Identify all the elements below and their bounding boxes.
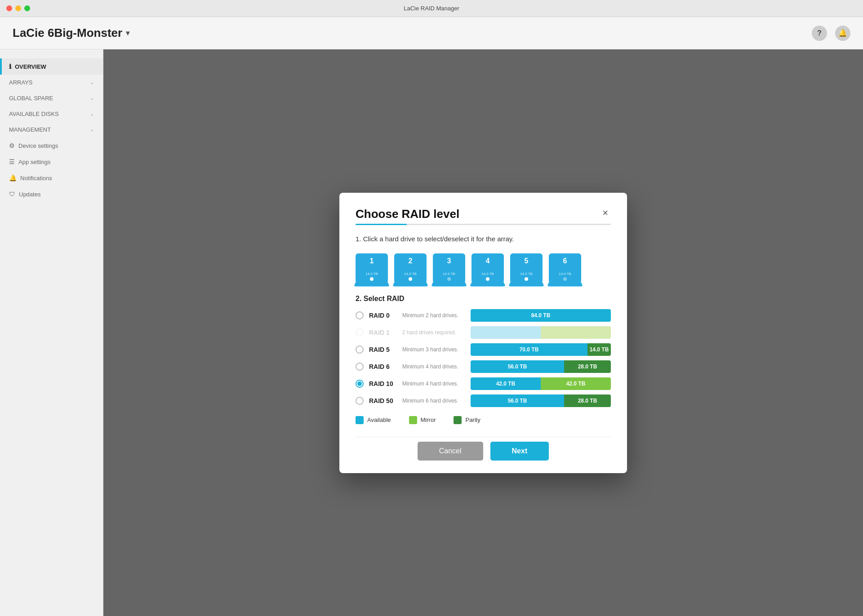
sidebar-item-arrays[interactable]: ARRAYS ⌄ <box>0 75 103 90</box>
legend-parity: Parity <box>454 416 480 424</box>
next-button[interactable]: Next <box>490 442 549 461</box>
raid6-radio[interactable] <box>356 363 364 371</box>
raid0-radio[interactable] <box>356 311 364 319</box>
drive-size-2: 14.0 TB <box>404 272 417 276</box>
legend-mirror-label: Mirror <box>421 417 436 423</box>
raid-option-6[interactable]: RAID 6 Minimum 4 hard drives. 56.0 TB 28… <box>356 360 611 373</box>
raid50-label: RAID 50 <box>369 397 397 404</box>
drive-item-1[interactable]: 1 14.0 TB <box>356 253 388 282</box>
raid5-radio[interactable] <box>356 346 364 354</box>
sidebar-item-app-settings[interactable]: ☰ App settings <box>0 154 103 170</box>
sidebar-item-management[interactable]: MANAGEMENT ⌄ <box>0 122 103 137</box>
raid6-bar-blue: 56.0 TB <box>471 360 564 373</box>
legend-parity-label: Parity <box>465 417 480 423</box>
device-settings-icon: ⚙ <box>9 142 15 149</box>
updates-icon: 🛡 <box>9 191 15 198</box>
sidebar-item-available-disks[interactable]: AVAILABLE DISKS ⌄ <box>0 106 103 122</box>
drive-shape-4: 4 14.0 TB <box>472 253 504 282</box>
modal-footer: Cancel Next <box>356 437 611 461</box>
drive-dot-6 <box>563 277 567 281</box>
sidebar-item-updates[interactable]: 🛡 Updates <box>0 186 103 202</box>
global-spare-arrow: ⌄ <box>90 95 94 101</box>
raid0-bar-blue: 84.0 TB <box>471 309 611 322</box>
cancel-button[interactable]: Cancel <box>418 442 483 461</box>
select-raid-heading: 2. Select RAID <box>356 295 611 303</box>
raid5-desc: Minimum 3 hard drives. <box>402 346 465 353</box>
app-header: LaCie 6Big-Monster ▾ ? 🔔 <box>0 17 863 49</box>
drive-number-1: 1 <box>370 257 374 265</box>
raid1-label: RAID 1 <box>369 329 397 336</box>
raid10-label: RAID 10 <box>369 380 397 387</box>
sidebar-item-global-spare[interactable]: GLOBAL SPARE ⌄ <box>0 90 103 106</box>
raid1-bar-light-green <box>541 326 611 339</box>
raid50-radio[interactable] <box>356 397 364 405</box>
raid0-bar: 84.0 TB <box>471 309 611 322</box>
sidebar-item-updates-label: Updates <box>19 191 40 198</box>
drive-size-1: 14.0 TB <box>365 272 378 276</box>
raid50-bar-parity: 28.0 TB <box>564 394 611 407</box>
raid0-desc: Minimum 2 hard drives. <box>402 312 465 319</box>
notifications-button[interactable]: 🔔 <box>835 26 850 41</box>
sidebar-item-arrays-label: ARRAYS <box>9 79 33 86</box>
help-button[interactable]: ? <box>812 26 827 41</box>
arrays-arrow: ⌄ <box>90 80 94 85</box>
sidebar-item-overview[interactable]: ℹ OVERVIEW <box>0 58 103 75</box>
drive-number-6: 6 <box>563 257 567 265</box>
raid6-desc: Minimum 4 hard drives. <box>402 363 465 370</box>
raid10-bar-blue: 42.0 TB <box>471 377 541 390</box>
drive-number-3: 3 <box>447 257 451 265</box>
raid-option-50[interactable]: RAID 50 Minimum 6 hard drives. 56.0 TB 2… <box>356 394 611 407</box>
modal-header: Choose RAID level × <box>356 207 611 221</box>
app-title: LaCie 6Big-Monster ▾ <box>13 26 812 40</box>
drive-shape-6: 6 14.0 TB <box>549 253 581 282</box>
raid-option-1: RAID 1 2 hard drives required. <box>356 326 611 339</box>
modal-title: Choose RAID level <box>356 207 459 221</box>
maximize-window-button[interactable] <box>24 5 30 11</box>
sidebar-item-notifications[interactable]: 🔔 Notifications <box>0 170 103 186</box>
sidebar-item-device-settings[interactable]: ⚙ Device settings <box>0 137 103 154</box>
legend-mirror: Mirror <box>409 416 436 424</box>
drive-item-3[interactable]: 3 14.0 TB <box>433 253 465 282</box>
sidebar-item-overview-label: OVERVIEW <box>15 63 46 70</box>
drive-dot-3 <box>447 277 451 281</box>
raid5-bar-parity: 14.0 TB <box>587 343 611 356</box>
drive-item-4[interactable]: 4 14.0 TB <box>472 253 504 282</box>
minimize-window-button[interactable] <box>15 5 21 11</box>
drive-size-3: 14.0 TB <box>443 272 455 276</box>
drive-item-2[interactable]: 2 14.0 TB <box>394 253 427 282</box>
drive-shape-3: 3 14.0 TB <box>433 253 465 282</box>
close-window-button[interactable] <box>6 5 12 11</box>
drive-size-6: 14.0 TB <box>559 272 571 276</box>
raid1-desc: 2 hard drives required. <box>402 329 465 336</box>
raid6-bar-parity: 28.0 TB <box>564 360 611 373</box>
raid6-label: RAID 6 <box>369 363 397 370</box>
raid10-desc: Minimum 4 hard drives. <box>402 381 465 387</box>
raid-option-5[interactable]: RAID 5 Minimum 3 hard drives. 70.0 TB 14… <box>356 343 611 356</box>
modal-progress-fill <box>356 224 407 225</box>
raid5-bar-blue: 70.0 TB <box>471 343 587 356</box>
bell-icon: 🔔 <box>838 29 847 37</box>
raid50-bar: 56.0 TB 28.0 TB <box>471 394 611 407</box>
header-icons: ? 🔔 <box>812 26 850 41</box>
raid-options: RAID 0 Minimum 2 hard drives. 84.0 TB RA… <box>356 309 611 407</box>
sidebar-item-device-settings-label: Device settings <box>18 142 58 149</box>
raid5-label: RAID 5 <box>369 346 397 353</box>
raid50-desc: Minimum 6 hard drives. <box>402 398 465 404</box>
raid-level-modal: Choose RAID level × 1. Click a hard driv… <box>339 193 627 473</box>
drive-item-5[interactable]: 5 14.0 TB <box>510 253 543 282</box>
drive-size-5: 14.0 TB <box>520 272 533 276</box>
raid-option-10[interactable]: RAID 10 Minimum 4 hard drives. 42.0 TB 4… <box>356 377 611 390</box>
raid-option-0[interactable]: RAID 0 Minimum 2 hard drives. 84.0 TB <box>356 309 611 322</box>
modal-close-button[interactable]: × <box>600 207 611 219</box>
drive-shape-1: 1 14.0 TB <box>356 253 388 282</box>
main-area: ℹ OVERVIEW ARRAYS ⌄ GLOBAL SPARE ⌄ AVAIL… <box>0 49 863 616</box>
modal-overlay: Choose RAID level × 1. Click a hard driv… <box>103 49 863 616</box>
raid5-bar: 70.0 TB 14.0 TB <box>471 343 611 356</box>
drive-item-6[interactable]: 6 14.0 TB <box>549 253 581 282</box>
management-arrow: ⌄ <box>90 127 94 133</box>
raid10-bar: 42.0 TB 42.0 TB <box>471 377 611 390</box>
raid10-radio[interactable] <box>356 380 364 388</box>
title-dropdown-arrow[interactable]: ▾ <box>126 29 129 37</box>
window-title: LaCie RAID Manager <box>404 5 459 12</box>
drives-row: 1 14.0 TB 2 14.0 TB <box>356 253 611 282</box>
